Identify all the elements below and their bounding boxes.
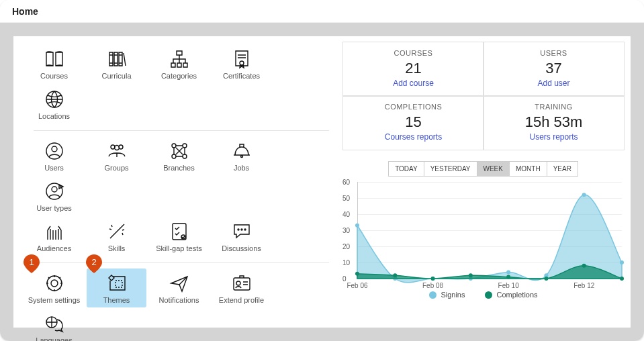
svg-point-37	[469, 273, 473, 277]
svg-point-26	[355, 224, 359, 228]
tab-month[interactable]: MONTH	[509, 161, 547, 177]
tile-skill-gap-tests[interactable]: Skill-gap tests	[149, 217, 209, 256]
tile-user-types[interactable]: User types	[24, 177, 84, 215]
certificate-icon	[231, 48, 252, 70]
svg-point-33	[620, 260, 624, 264]
books-icon	[106, 48, 128, 70]
divider	[34, 262, 329, 263]
hierarchy-icon	[169, 48, 190, 70]
tab-yesterday[interactable]: YESTERDAY	[424, 161, 477, 177]
range-tabs: TODAYYESTERDAYWEEKMONTHYEAR	[342, 161, 625, 177]
tile-categories[interactable]: Categories	[149, 44, 209, 83]
svg-point-41	[620, 277, 624, 281]
callout-marker: 1	[23, 254, 40, 274]
stat-courses: COURSES 21 Add course	[342, 42, 484, 97]
dashboard-panel: COURSES 21 Add course USERS 37 Add user …	[342, 42, 625, 318]
signins-dot	[429, 291, 436, 299]
tile-curricula[interactable]: Curricula	[87, 44, 146, 83]
tile-branches[interactable]: Branches	[149, 136, 209, 175]
user-icon	[44, 140, 65, 162]
paperplane-icon	[169, 273, 190, 294]
stat-grid: COURSES 21 Add course USERS 37 Add user …	[342, 42, 625, 150]
stat-training: TRAINING 15h 53m Users reports	[483, 95, 625, 150]
admin-tiles-panel: CoursesCurriculaCategoriesCertificatesLo…	[20, 42, 332, 318]
tile-jobs[interactable]: Jobs	[212, 136, 271, 175]
helmet-icon	[231, 140, 252, 162]
globe-icon	[44, 89, 65, 110]
wand-icon	[106, 221, 128, 242]
svg-point-32	[582, 193, 586, 197]
tile-groups[interactable]: Groups	[87, 136, 146, 175]
checklist-icon	[169, 221, 190, 242]
themes-icon	[106, 273, 128, 294]
chat-icon	[231, 221, 252, 242]
tile-locations[interactable]: Locations	[24, 85, 84, 124]
gear-icon	[44, 273, 65, 294]
divider	[34, 130, 329, 131]
groups-icon	[106, 140, 128, 162]
book-icon	[44, 48, 65, 70]
add-user-link[interactable]: Add user	[484, 79, 624, 88]
callout-marker: 2	[85, 254, 103, 274]
users-reports-link[interactable]: Users reports	[484, 132, 624, 142]
add-course-link[interactable]: Add course	[343, 79, 484, 88]
tile-audiences[interactable]: Audiences	[24, 217, 84, 256]
languages-icon	[44, 313, 65, 334]
hands-icon	[44, 221, 65, 242]
svg-point-39	[544, 277, 548, 281]
header: Home	[0, 0, 644, 23]
svg-point-30	[506, 270, 510, 274]
chart-legend: Signins Completions	[342, 291, 625, 299]
tile-courses[interactable]: Courses	[24, 44, 84, 83]
idcard-icon	[231, 273, 252, 294]
svg-point-40	[582, 264, 586, 268]
tile-certificates[interactable]: Certificates	[212, 44, 271, 83]
tab-week[interactable]: WEEK	[477, 161, 510, 177]
tile-skills[interactable]: Skills	[87, 217, 146, 256]
tab-today[interactable]: TODAY	[388, 161, 424, 177]
usertypes-icon	[44, 181, 65, 202]
svg-point-34	[355, 272, 359, 276]
courses-reports-link[interactable]: Courses reports	[343, 132, 484, 142]
svg-point-36	[431, 277, 435, 281]
activity-chart: 0102030405060Feb 06Feb 08Feb 10Feb 12	[342, 181, 625, 289]
tile-users[interactable]: Users	[24, 136, 84, 175]
tile-discussions[interactable]: Discussions	[212, 217, 271, 256]
stat-completions: COMPLETIONS 15 Courses reports	[342, 95, 484, 150]
completions-dot	[485, 291, 492, 299]
page-title: Home	[12, 6, 38, 17]
tile-system-settings[interactable]: System settings1	[24, 269, 84, 307]
svg-point-38	[506, 275, 510, 279]
stat-users: USERS 37 Add user	[483, 42, 625, 97]
tile-notifications[interactable]: Notifications	[149, 269, 209, 307]
tab-year[interactable]: YEAR	[547, 161, 578, 177]
svg-point-35	[393, 273, 397, 277]
tile-extend-profile[interactable]: Extend profile	[212, 269, 271, 307]
branches-icon	[169, 140, 190, 162]
tile-languages[interactable]: Languages	[24, 309, 84, 341]
tile-themes[interactable]: Themes2	[87, 269, 146, 307]
